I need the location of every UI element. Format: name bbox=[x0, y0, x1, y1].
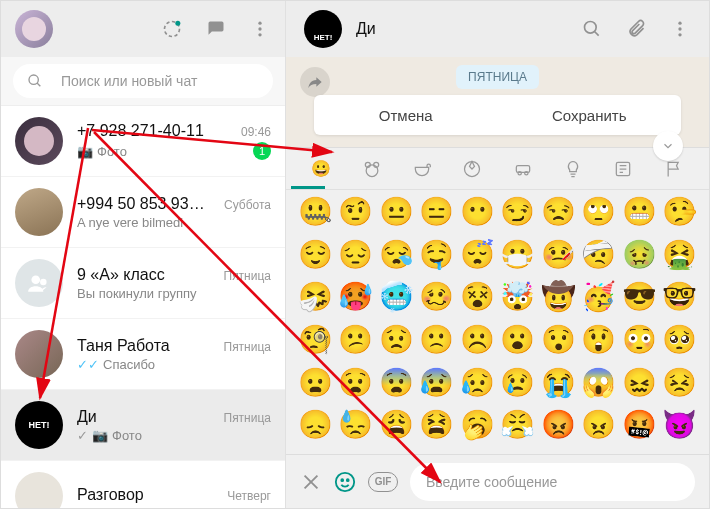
emoji[interactable]: 🥺 bbox=[661, 324, 700, 363]
input-bar: GIF Введите сообщение bbox=[286, 454, 709, 508]
message-area: ПЯТНИЦА Отмена Сохранить bbox=[286, 57, 709, 147]
emoji[interactable]: 😡 bbox=[539, 409, 578, 448]
status-icon[interactable] bbox=[161, 18, 183, 40]
message-input[interactable]: Введите сообщение bbox=[410, 463, 695, 501]
close-emoji-icon[interactable] bbox=[300, 471, 322, 493]
emoji[interactable]: 😤 bbox=[499, 409, 538, 448]
emoji[interactable]: 😨 bbox=[377, 367, 416, 406]
chat-menu-icon[interactable] bbox=[669, 18, 691, 40]
attach-icon[interactable] bbox=[625, 18, 647, 40]
svg-point-9 bbox=[585, 22, 597, 34]
emoji[interactable]: 🤧 bbox=[296, 281, 335, 320]
emoji[interactable]: 😟 bbox=[377, 324, 416, 363]
emoji[interactable]: 😭 bbox=[539, 367, 578, 406]
save-button[interactable]: Сохранить bbox=[498, 107, 682, 124]
emoji[interactable]: 😐 bbox=[377, 196, 416, 235]
emoji[interactable]: 🥶 bbox=[377, 281, 416, 320]
menu-icon[interactable] bbox=[249, 18, 271, 40]
emoji[interactable]: 😰 bbox=[418, 367, 457, 406]
emoji[interactable]: 😒 bbox=[539, 196, 578, 235]
chat-item[interactable]: ДиПятница✓ 📷 Фото bbox=[1, 390, 285, 461]
emoji[interactable]: 😖 bbox=[620, 367, 659, 406]
my-avatar[interactable] bbox=[15, 10, 53, 48]
emoji-tab-recent[interactable]: 😀 bbox=[306, 154, 336, 184]
emoji[interactable]: 😈 bbox=[661, 409, 700, 448]
emoji[interactable]: 🤢 bbox=[620, 239, 659, 278]
chat-item[interactable]: +7 928 271-40-1109:46📷 Фото1 bbox=[1, 106, 285, 177]
svg-point-13 bbox=[678, 33, 681, 36]
emoji[interactable]: 😲 bbox=[580, 324, 619, 363]
new-chat-icon[interactable] bbox=[205, 18, 227, 40]
chat-item[interactable]: Таня РаботаПятница✓✓ Спасибо bbox=[1, 319, 285, 390]
emoji[interactable]: 🙄 bbox=[580, 196, 619, 235]
emoji[interactable]: 😎 bbox=[620, 281, 659, 320]
emoji[interactable]: 😧 bbox=[337, 367, 376, 406]
gif-icon[interactable]: GIF bbox=[368, 472, 398, 492]
emoji[interactable]: 😥 bbox=[458, 367, 497, 406]
emoji-grid: 🤐🤨😐😑😶😏😒🙄😬🤥😌😔😪🤤😴😷🤒🤕🤢🤮🤧🥵🥶🥴😵🤯🤠🥳😎🤓🧐😕😟🙁☹️😮😯😲😳… bbox=[286, 190, 709, 454]
search-in-chat-icon[interactable] bbox=[581, 18, 603, 40]
emoji[interactable]: 😴 bbox=[458, 239, 497, 278]
emoji[interactable]: 😬 bbox=[620, 196, 659, 235]
emoji[interactable]: 😑 bbox=[418, 196, 457, 235]
emoji[interactable]: 😶 bbox=[458, 196, 497, 235]
emoji[interactable]: 🙁 bbox=[418, 324, 457, 363]
emoji[interactable]: 😩 bbox=[377, 409, 416, 448]
emoji[interactable]: 🤨 bbox=[337, 196, 376, 235]
forward-icon[interactable] bbox=[300, 67, 330, 97]
emoji[interactable]: 🥵 bbox=[337, 281, 376, 320]
emoji[interactable]: 😏 bbox=[499, 196, 538, 235]
emoji[interactable]: 🥴 bbox=[418, 281, 457, 320]
emoji[interactable]: 😪 bbox=[377, 239, 416, 278]
emoji[interactable]: 😔 bbox=[337, 239, 376, 278]
chat-item[interactable]: 9 «А» классПятницаВы покинули группу bbox=[1, 248, 285, 319]
emoji[interactable]: 😦 bbox=[296, 367, 335, 406]
emoji[interactable]: 🤮 bbox=[661, 239, 700, 278]
scroll-down-button[interactable] bbox=[653, 131, 683, 161]
emoji-tab-symbols[interactable] bbox=[608, 154, 638, 184]
emoji-tab-objects[interactable] bbox=[558, 154, 588, 184]
cancel-button[interactable]: Отмена bbox=[314, 107, 498, 124]
emoji[interactable]: 😣 bbox=[661, 367, 700, 406]
input-placeholder: Введите сообщение bbox=[426, 474, 557, 490]
emoji[interactable]: 🥱 bbox=[458, 409, 497, 448]
emoji[interactable]: 😮 bbox=[499, 324, 538, 363]
emoji-tab-animals[interactable] bbox=[357, 154, 387, 184]
emoji[interactable]: 😢 bbox=[499, 367, 538, 406]
emoji[interactable]: 😳 bbox=[620, 324, 659, 363]
svg-point-2 bbox=[258, 22, 261, 25]
contact-name[interactable]: Ди bbox=[356, 20, 376, 38]
emoji[interactable]: 🤯 bbox=[499, 281, 538, 320]
emoji[interactable]: 😷 bbox=[499, 239, 538, 278]
emoji[interactable]: 🤠 bbox=[539, 281, 578, 320]
emoji-tab-food[interactable] bbox=[407, 154, 437, 184]
emoji[interactable]: 🤥 bbox=[661, 196, 700, 235]
emoji[interactable]: 🧐 bbox=[296, 324, 335, 363]
emoji[interactable]: 😫 bbox=[418, 409, 457, 448]
search-input[interactable]: Поиск или новый чат bbox=[13, 64, 273, 98]
chat-item[interactable]: РазговорЧетверг bbox=[1, 461, 285, 508]
emoji-tab-travel[interactable] bbox=[508, 154, 538, 184]
emoji[interactable]: 😌 bbox=[296, 239, 335, 278]
emoji-tab-activity[interactable] bbox=[457, 154, 487, 184]
emoji[interactable]: 😞 bbox=[296, 409, 335, 448]
emoji[interactable]: 😓 bbox=[337, 409, 376, 448]
emoji[interactable]: 🤬 bbox=[620, 409, 659, 448]
chat-item[interactable]: +994 50 853 93…СубботаA nye vere bilmedi bbox=[1, 177, 285, 248]
emoji[interactable]: 🥳 bbox=[580, 281, 619, 320]
emoji-category-tabs: 😀 bbox=[286, 148, 709, 190]
svg-point-19 bbox=[518, 171, 521, 174]
emoji[interactable]: 🤤 bbox=[418, 239, 457, 278]
emoji[interactable]: 😵 bbox=[458, 281, 497, 320]
emoji[interactable]: 😕 bbox=[337, 324, 376, 363]
emoji[interactable]: 😯 bbox=[539, 324, 578, 363]
emoji[interactable]: 🤐 bbox=[296, 196, 335, 235]
emoji[interactable]: 😠 bbox=[580, 409, 619, 448]
emoji[interactable]: 😱 bbox=[580, 367, 619, 406]
emoji[interactable]: 🤕 bbox=[580, 239, 619, 278]
emoji[interactable]: 🤒 bbox=[539, 239, 578, 278]
emoji-picker-icon[interactable] bbox=[334, 471, 356, 493]
emoji[interactable]: ☹️ bbox=[458, 324, 497, 363]
emoji[interactable]: 🤓 bbox=[661, 281, 700, 320]
contact-avatar[interactable] bbox=[304, 10, 342, 48]
